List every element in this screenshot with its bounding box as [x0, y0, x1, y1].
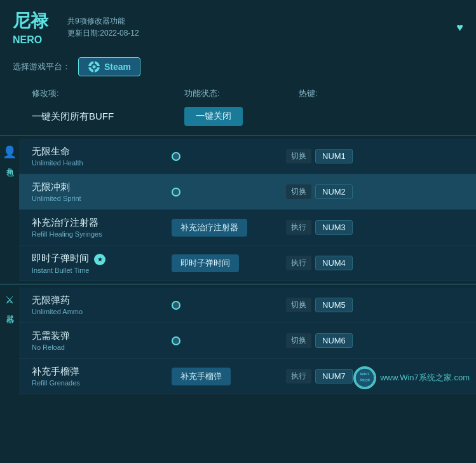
- oneclick-row: 一键关闭所有BUFF 一键关闭: [0, 103, 476, 132]
- app-container: 尼禄 NERO 共9项修改器功能 更新日期:2022-08-12 ♥ 选择游戏平…: [0, 0, 476, 463]
- category-text-weapon: 武器: [4, 308, 15, 311]
- mod-status-unlimited-health: [172, 152, 286, 161]
- mod-name-en-refill-grenades: Refill Grenades: [32, 379, 172, 387]
- mod-name-cn-refill-syringes: 补充治疗注射器: [32, 217, 172, 229]
- weapon-icon: ⚔: [5, 294, 14, 306]
- category-character: 👤 角色 无限生命 Unlimited Health 切换 NUM1 无: [0, 139, 476, 281]
- col-status-label: 功能状态:: [184, 88, 299, 99]
- mod-status-bullet-time: 即时子弹时间: [172, 254, 286, 272]
- columns-header: 修改项: 功能状态: 热键:: [0, 84, 476, 103]
- hotkey-type-bullet-time: 执行: [286, 256, 311, 270]
- mod-name-cn-unlimited-ammo: 无限弹药: [32, 294, 172, 307]
- category-items-character: 无限生命 Unlimited Health 切换 NUM1 无限冲刺 Unlim…: [19, 139, 476, 281]
- mod-name-cn-bullet-time: 即时子弹时间 ★: [32, 252, 172, 265]
- mod-info-no-reload: 无需装弹 No Reload: [32, 330, 172, 351]
- hotkey-type-no-reload: 切换: [286, 333, 311, 348]
- oneclick-label: 一键关闭所有BUFF: [32, 111, 184, 123]
- mod-hotkey-unlimited-ammo: 切换 NUM5: [286, 298, 463, 312]
- section-divider-top: [0, 135, 476, 136]
- mod-row-no-reload: 无需装弹 No Reload 切换 NUM6: [19, 323, 476, 359]
- action-btn-refill-grenades[interactable]: 补充手榴弹: [172, 368, 231, 385]
- toggle-unlimited-sprint[interactable]: [172, 188, 180, 197]
- mod-name-cn-unlimited-health: 无限生命: [32, 146, 172, 158]
- mod-info-refill-grenades: 补充手榴弹 Refill Grenades: [32, 366, 172, 387]
- mod-name-cn-unlimited-sprint: 无限冲刺: [32, 181, 172, 193]
- mod-info-unlimited-health: 无限生命 Unlimited Health: [32, 146, 172, 167]
- title-block: 尼禄 NERO: [13, 9, 48, 46]
- hotkey-key-bullet-time: NUM4: [315, 256, 353, 270]
- hotkey-key-unlimited-sprint: NUM2: [315, 184, 353, 199]
- mod-hotkey-bullet-time: 执行 NUM4: [286, 256, 463, 270]
- mod-status-refill-syringes: 补充治疗注射器: [172, 219, 286, 237]
- hotkey-key-refill-grenades: NUM7: [315, 369, 353, 384]
- mod-name-en-bullet-time: Instant Bullet Time: [32, 266, 172, 274]
- hotkey-key-unlimited-ammo: NUM5: [315, 298, 353, 312]
- mod-hotkey-unlimited-sprint: 切换 NUM2: [286, 184, 463, 199]
- svg-point-7: [355, 368, 374, 387]
- steam-logo-icon: [88, 60, 100, 73]
- header: 尼禄 NERO 共9项修改器功能 更新日期:2022-08-12 ♥: [0, 0, 476, 52]
- mod-status-unlimited-sprint: [172, 188, 286, 197]
- mod-name-en-unlimited-health: Unlimited Health: [32, 159, 172, 167]
- mod-row-unlimited-sprint: 无限冲刺 Unlimited Sprint 切换 NUM2: [19, 174, 476, 210]
- mod-name-en-unlimited-sprint: Unlimited Sprint: [32, 195, 172, 202]
- header-meta: 共9项修改器功能 更新日期:2022-08-12: [67, 16, 139, 39]
- star-badge-bullet-time: ★: [94, 254, 105, 265]
- toggle-unlimited-ammo[interactable]: [172, 301, 180, 310]
- update-date: 更新日期:2022-08-12: [67, 28, 139, 39]
- section-divider-middle: [0, 284, 476, 285]
- mod-info-refill-syringes: 补充治疗注射器 Refill Healing Syringes: [32, 217, 172, 238]
- mod-status-unlimited-ammo: [172, 301, 286, 310]
- hotkey-key-no-reload: NUM6: [315, 333, 353, 348]
- mod-info-unlimited-sprint: 无限冲刺 Unlimited Sprint: [32, 181, 172, 202]
- col-mod-label: 修改项:: [32, 88, 184, 99]
- mod-info-unlimited-ammo: 无限弹药 Unlimited Ammo: [32, 294, 172, 315]
- mod-hotkey-unlimited-health: 切换 NUM1: [286, 149, 463, 163]
- mod-name-en-unlimited-ammo: Unlimited Ammo: [32, 308, 172, 315]
- category-sidebar-weapon: ⚔ 武器: [0, 287, 19, 394]
- hotkey-key-refill-syringes: NUM3: [315, 220, 353, 235]
- mod-status-no-reload: [172, 336, 286, 345]
- svg-text:Win7: Win7: [360, 371, 370, 376]
- game-title-en: NERO: [13, 34, 48, 46]
- platform-section: 选择游戏平台： Steam: [0, 52, 476, 84]
- mod-row-unlimited-ammo: 无限弹药 Unlimited Ammo 切换 NUM5: [19, 287, 476, 323]
- watermark-logo-icon: Win7 系统之家: [355, 366, 375, 389]
- hotkey-type-refill-grenades: 执行: [286, 369, 311, 384]
- mod-info-bullet-time: 即时子弹时间 ★ Instant Bullet Time: [32, 252, 172, 274]
- svg-point-2: [93, 66, 96, 69]
- mod-name-cn-refill-grenades: 补充手榴弹: [32, 366, 172, 378]
- watermark-circle: Win7 系统之家: [353, 366, 376, 389]
- mod-name-en-refill-syringes: Refill Healing Syringes: [32, 230, 172, 238]
- toggle-no-reload[interactable]: [172, 336, 180, 345]
- oneclick-button[interactable]: 一键关闭: [184, 107, 243, 126]
- category-weapon: ⚔ 武器 无限弹药 Unlimited Ammo 切换 NUM5 无需装弹: [0, 287, 476, 394]
- category-text-character: 角色: [4, 162, 15, 164]
- col-hotkey-label: 热键:: [299, 88, 463, 99]
- mod-name-cn-no-reload: 无需装弹: [32, 330, 172, 342]
- steam-label: Steam: [104, 62, 131, 72]
- hotkey-type-refill-syringes: 执行: [286, 220, 311, 235]
- heart-icon[interactable]: ♥: [456, 21, 463, 34]
- character-icon: 👤: [3, 145, 17, 159]
- mod-name-en-no-reload: No Reload: [32, 343, 172, 351]
- mod-row-unlimited-health: 无限生命 Unlimited Health 切换 NUM1: [19, 139, 476, 174]
- category-sidebar-character: 👤 角色: [0, 139, 19, 281]
- hotkey-type-unlimited-ammo: 切换: [286, 298, 311, 312]
- watermark-text: www.Win7系统之家.com: [380, 372, 470, 384]
- hotkey-type-unlimited-sprint: 切换: [286, 184, 311, 199]
- steam-button[interactable]: Steam: [78, 57, 140, 76]
- watermark: Win7 系统之家 www.Win7系统之家.com: [353, 366, 470, 389]
- oneclick-status: 一键关闭: [184, 107, 299, 126]
- toggle-unlimited-health[interactable]: [172, 152, 180, 161]
- action-btn-refill-syringes[interactable]: 补充治疗注射器: [172, 219, 247, 237]
- mod-row-bullet-time: 即时子弹时间 ★ Instant Bullet Time 即时子弹时间 执行 N…: [19, 245, 476, 281]
- mod-count: 共9项修改器功能: [67, 16, 139, 27]
- action-btn-bullet-time[interactable]: 即时子弹时间: [172, 254, 239, 272]
- mod-status-refill-grenades: 补充手榴弹: [172, 368, 286, 385]
- platform-label: 选择游戏平台：: [13, 61, 71, 73]
- game-title-cn: 尼禄: [13, 9, 48, 33]
- hotkey-key-unlimited-health: NUM1: [315, 149, 353, 163]
- hotkey-type-unlimited-health: 切换: [286, 149, 311, 163]
- svg-text:系统之家: 系统之家: [360, 378, 371, 382]
